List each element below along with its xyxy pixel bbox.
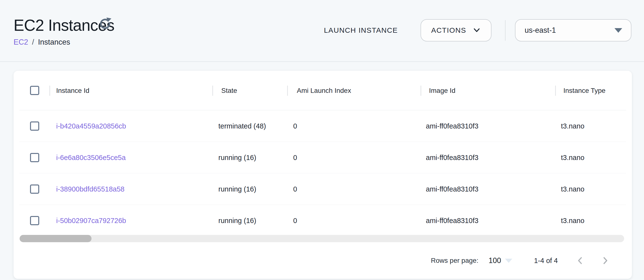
- column-separator: [50, 86, 50, 96]
- ec2-instances-page: EC2 Instances EC2 / Instances LAUNCH INS…: [0, 0, 644, 280]
- ami-launch-index-cell: 0: [293, 110, 297, 142]
- image-id-cell: ami-ff0fea8310f3: [426, 110, 478, 142]
- row-checkbox[interactable]: [30, 184, 39, 194]
- region-select[interactable]: us-east-1: [515, 19, 632, 42]
- instance-type-cell: t3.nano: [561, 173, 584, 205]
- breadcrumb-separator: /: [32, 38, 34, 47]
- column-separator: [287, 86, 288, 96]
- column-header-image-id[interactable]: Image Id: [429, 71, 456, 110]
- page-header: EC2 Instances EC2 / Instances LAUNCH INS…: [0, 0, 644, 62]
- column-header-state[interactable]: State: [221, 71, 237, 110]
- table-row: i-50b02907ca792726b running (16) 0 ami-f…: [14, 205, 632, 236]
- row-checkbox[interactable]: [30, 153, 39, 162]
- pagination-bar: Rows per page: 100 1-4 of 4: [14, 246, 632, 275]
- next-page-button[interactable]: [598, 254, 612, 267]
- instance-id-link[interactable]: i-50b02907ca792726b: [56, 217, 126, 224]
- rows-per-page-select[interactable]: 100: [488, 256, 501, 265]
- refresh-button[interactable]: [98, 17, 112, 31]
- breadcrumb-ec2-link[interactable]: EC2: [14, 38, 28, 47]
- select-caret-icon: [505, 259, 512, 263]
- instance-type-cell: t3.nano: [561, 110, 584, 142]
- pagination-range-label: 1-4 of 4: [534, 257, 558, 265]
- column-separator: [420, 86, 421, 96]
- horizontal-scrollbar[interactable]: [20, 235, 624, 242]
- instance-type-cell: t3.nano: [561, 205, 584, 236]
- table-header-row: Instance Id State Ami Launch Index Image…: [14, 71, 632, 110]
- state-cell: running (16): [218, 173, 256, 205]
- header-vertical-divider: [505, 20, 506, 41]
- actions-button[interactable]: ACTIONS: [420, 19, 492, 42]
- column-header-ami-launch-index[interactable]: Ami Launch Index: [297, 71, 351, 110]
- image-id-cell: ami-ff0fea8310f3: [426, 205, 478, 236]
- caret-down-icon: [614, 28, 622, 33]
- ami-launch-index-cell: 0: [293, 205, 297, 236]
- chevron-left-icon: [576, 256, 585, 265]
- instance-type-cell: t3.nano: [561, 142, 584, 173]
- column-header-instance-id[interactable]: Instance Id: [56, 71, 89, 110]
- region-select-value: us-east-1: [525, 26, 614, 35]
- previous-page-button[interactable]: [573, 254, 587, 267]
- table-row: i-6e6a80c3506e5ce5a running (16) 0 ami-f…: [14, 142, 632, 173]
- scrollbar-thumb[interactable]: [20, 235, 92, 242]
- table-row: i-38900bdfd65518a58 running (16) 0 ami-f…: [14, 173, 632, 205]
- ami-launch-index-cell: 0: [293, 142, 297, 173]
- actions-button-label: ACTIONS: [431, 26, 466, 35]
- column-header-instance-type[interactable]: Instance Type: [564, 71, 606, 110]
- state-cell: running (16): [218, 142, 256, 173]
- instance-id-link[interactable]: i-b420a4559a20856cb: [56, 122, 126, 130]
- image-id-cell: ami-ff0fea8310f3: [426, 173, 478, 205]
- select-all-checkbox[interactable]: [30, 86, 39, 95]
- refresh-icon: [99, 17, 111, 30]
- instance-id-link[interactable]: i-38900bdfd65518a58: [56, 185, 124, 193]
- ami-launch-index-cell: 0: [293, 173, 297, 205]
- chevron-right-icon: [601, 256, 610, 265]
- state-cell: terminated (48): [218, 110, 266, 142]
- table-row: i-b420a4559a20856cb terminated (48) 0 am…: [14, 110, 632, 142]
- column-separator: [212, 86, 213, 96]
- column-separator: [555, 86, 556, 96]
- chevron-down-icon: [472, 26, 481, 35]
- rows-per-page-label: Rows per page:: [431, 257, 478, 264]
- breadcrumb: EC2 / Instances: [14, 38, 70, 47]
- image-id-cell: ami-ff0fea8310f3: [426, 142, 478, 173]
- row-checkbox[interactable]: [30, 121, 39, 131]
- row-checkbox[interactable]: [30, 216, 39, 225]
- instance-id-link[interactable]: i-6e6a80c3506e5ce5a: [56, 154, 126, 161]
- breadcrumb-current: Instances: [38, 38, 70, 47]
- instances-card: Instance Id State Ami Launch Index Image…: [14, 71, 632, 279]
- state-cell: running (16): [218, 205, 256, 236]
- launch-instance-button[interactable]: LAUNCH INSTANCE: [322, 23, 400, 38]
